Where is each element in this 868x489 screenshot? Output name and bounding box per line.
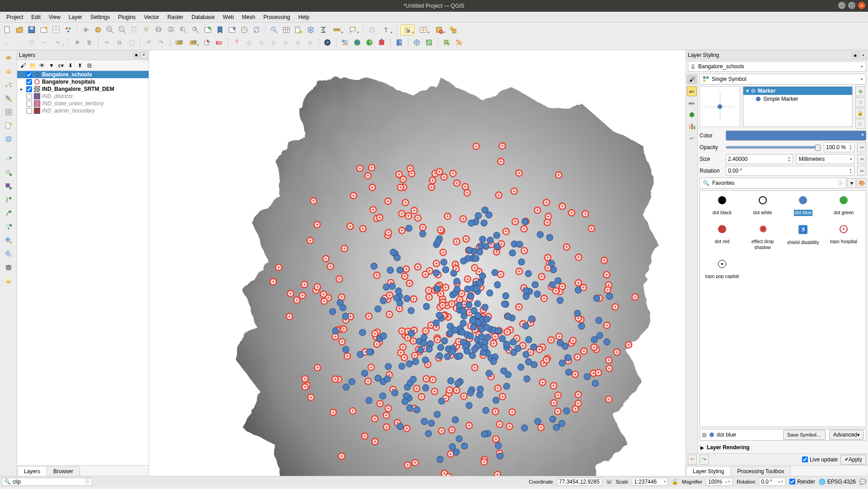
rotate-label-icon[interactable]: ◇ [268, 37, 279, 48]
favorite-topo-pop-capital[interactable]: topo pop capital [704, 260, 741, 280]
styling-layer-combo[interactable]: ⠿ Bangalore_schools [688, 61, 866, 72]
zoom-full-icon[interactable] [129, 24, 140, 35]
menu-raster[interactable]: Raster [164, 13, 187, 21]
help-contents-icon[interactable]: ? [394, 37, 405, 48]
opacity-slider[interactable] [726, 146, 821, 149]
coordinate-field[interactable]: 77.3454,12.9285 [557, 478, 602, 486]
tab-processing-toolbox[interactable]: Processing Toolbox [730, 466, 791, 476]
remove-symbol-layer-button[interactable]: ⊖ [855, 97, 865, 107]
temporal-controller-icon[interactable] [239, 24, 250, 35]
text-annotation-icon[interactable]: T [379, 24, 393, 35]
filter-legend-icon[interactable]: ▼ [47, 61, 56, 70]
metasearch-icon[interactable] [322, 37, 333, 48]
new-shapefile-icon[interactable] [3, 167, 14, 179]
menu-view[interactable]: View [45, 13, 64, 21]
tab-browser[interactable]: Browser [47, 466, 80, 476]
add-symbol-layer-button[interactable]: ⊕ [855, 86, 865, 96]
layer-item-IND_Bangalore_SRTM_DEM[interactable]: ▸IND_Bangalore_SRTM_DEM [17, 85, 149, 93]
favorites-grid[interactable]: dot blackdot whitedot bluedot greendot r… [700, 190, 866, 427]
new-project-icon[interactable] [2, 24, 13, 35]
redo-style-button[interactable]: ↷ [700, 455, 709, 465]
add-postgis-icon[interactable] [3, 262, 14, 273]
move-label-icon[interactable]: ◇ [256, 37, 266, 48]
redo-icon[interactable]: ↷ [156, 37, 167, 48]
deselect-icon[interactable] [432, 24, 446, 35]
no-action-icon[interactable] [367, 24, 378, 35]
menu-web[interactable]: Web [219, 13, 237, 21]
favorite-dot-black[interactable]: dot black [704, 196, 741, 216]
select-all-icon[interactable] [448, 24, 458, 35]
remove-layer-icon[interactable]: ⊟ [85, 61, 93, 70]
new-temp-scratch-icon[interactable] [3, 194, 14, 206]
live-update-checkbox[interactable]: Live update [802, 456, 838, 463]
menu-edit[interactable]: Edit [28, 13, 44, 21]
copy-icon[interactable]: ⧉ [114, 37, 125, 48]
styling-float-button[interactable]: ▣ [852, 52, 859, 58]
favorite-shield-disability[interactable]: ♿shield disability [785, 225, 822, 251]
window-close-button[interactable]: ✕ [858, 2, 865, 9]
styling-close-button[interactable]: ✕ [860, 52, 866, 58]
zoom-native-icon[interactable]: 1:1 [166, 24, 177, 35]
layer-item-Bangalore_hospitals[interactable]: Bangalore_hospitals [17, 78, 149, 85]
favorite-dot-blue[interactable]: dot blue [785, 196, 822, 216]
new-virtual-icon[interactable] [3, 207, 14, 219]
advanced-button[interactable]: Advanced ▾ [829, 430, 864, 440]
opacity-spin[interactable]: 100.0 %▲▼ [824, 142, 854, 152]
digitize-icon[interactable]: ∿ [51, 37, 65, 48]
open-project-icon[interactable] [14, 24, 25, 35]
locator-clear-icon[interactable]: ⓧ [84, 478, 90, 485]
show-bookmarks-icon[interactable] [227, 24, 238, 35]
zoom-in-icon[interactable] [105, 24, 116, 35]
search-icon[interactable] [441, 37, 452, 48]
osm-icon[interactable] [352, 37, 363, 48]
save-edits-icon[interactable] [26, 37, 37, 48]
menu-processing[interactable]: Processing [260, 13, 294, 21]
locator-search[interactable]: 🔍 clip ⓧ [2, 478, 92, 486]
plugin-icon[interactable] [376, 37, 387, 48]
map-tips-icon[interactable] [345, 24, 360, 35]
label-layer-icon[interactable]: abc [173, 37, 184, 48]
symbology-tab-icon[interactable]: 🖌 [687, 75, 697, 85]
menu-vector[interactable]: Vector [140, 13, 163, 21]
rotation-status-field[interactable]: 0.0 °▲▼ [759, 478, 786, 486]
zoom-next-icon[interactable] [190, 24, 201, 35]
panel-close-button[interactable]: ✕ [140, 52, 147, 58]
highlight-labels-icon[interactable]: ◇ [243, 37, 254, 48]
menu-settings[interactable]: Settings [87, 13, 113, 21]
zoom-out-icon[interactable] [117, 24, 128, 35]
clear-search-icon[interactable]: ⓧ [838, 179, 843, 187]
menu-help[interactable]: Help [295, 13, 313, 21]
layer-item-Bangalore_schools[interactable]: Bangalore_schools [17, 71, 149, 78]
favorite-effect-drop-shadow[interactable]: ✸effect drop shadow [744, 225, 781, 251]
help-icon[interactable]: ? [364, 37, 375, 48]
measure-icon[interactable] [330, 24, 344, 35]
zoom-to-layer-icon[interactable] [154, 24, 164, 35]
favorite-dot-green[interactable]: dot green [825, 196, 862, 216]
favorite-dot-red[interactable]: dot red [704, 225, 741, 251]
cut-icon[interactable]: ✂ [102, 37, 112, 48]
move-feature-icon[interactable]: ✥ [72, 37, 83, 48]
window-maximize-button[interactable]: ▢ [848, 2, 855, 9]
undo-icon[interactable]: ↶ [144, 37, 154, 48]
label-options-icon[interactable]: abc [186, 37, 200, 48]
open-data-source-manager-icon[interactable] [3, 52, 14, 64]
layer-item-IND_admin_boundary[interactable]: IND_admin_boundary [17, 107, 149, 114]
pan-to-selection-icon[interactable] [93, 24, 103, 35]
processing-toolbox-icon[interactable] [305, 24, 316, 35]
refresh-icon[interactable] [251, 24, 262, 35]
size-override-button[interactable]: ⎃ [857, 154, 866, 164]
size-unit-combo[interactable]: Millimeters [796, 154, 854, 164]
apply-button[interactable]: ✔ Apply [840, 455, 866, 465]
favorites-style-button[interactable]: 🎨 [857, 178, 866, 188]
filter-expression-icon[interactable]: ε▾ [57, 61, 65, 70]
field-calculator-icon[interactable] [293, 24, 304, 35]
undo-style-button[interactable]: ↶ [688, 455, 697, 465]
style-manager-icon[interactable] [63, 24, 74, 35]
expand-all-icon[interactable]: ⬇ [66, 61, 75, 70]
label-toolbar-icon[interactable]: abc [214, 37, 224, 48]
pin-labels-icon[interactable]: 📍 [231, 37, 242, 48]
new-spatialite-icon2[interactable] [3, 180, 14, 192]
add-feature-icon[interactable]: ⋯ [38, 37, 49, 48]
layer-group-icon[interactable] [3, 275, 14, 287]
select-by-value-icon[interactable] [416, 24, 430, 35]
